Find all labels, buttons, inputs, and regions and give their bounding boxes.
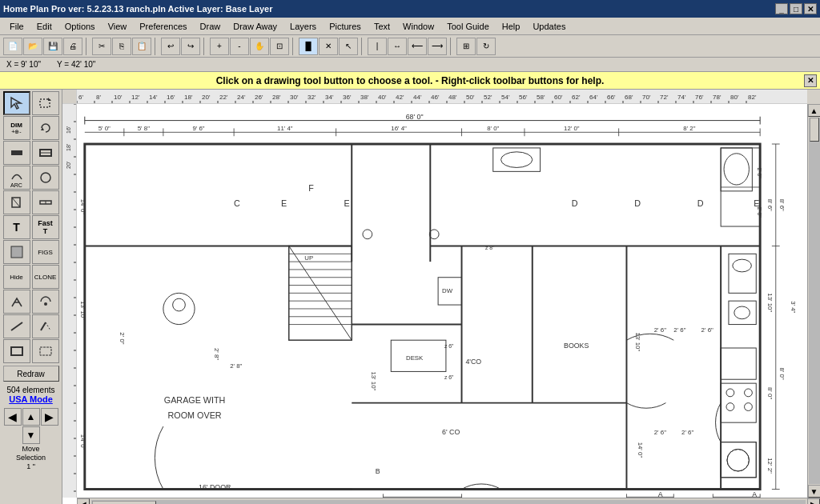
- line-tool[interactable]: [3, 314, 30, 338]
- menu-pictures[interactable]: Pictures: [323, 20, 368, 33]
- svg-text:2' 6": 2' 6": [654, 429, 666, 436]
- select-tool-btn[interactable]: ↖: [339, 38, 358, 55]
- select-arrow-tool[interactable]: [3, 91, 30, 115]
- paste-button[interactable]: 📋: [132, 38, 151, 55]
- figs-tool[interactable]: FIGS: [32, 240, 59, 264]
- svg-rect-188: [721, 348, 756, 379]
- move-left-button[interactable]: ◀: [4, 408, 22, 426]
- misc-btn-3[interactable]: ⟵: [408, 38, 427, 55]
- svg-text:16': 16': [66, 126, 71, 134]
- h-scroll-thumb[interactable]: [92, 501, 156, 504]
- select-box-tool[interactable]: [32, 91, 59, 115]
- svg-line-16: [41, 322, 46, 330]
- svg-line-17: [46, 322, 50, 330]
- extra-btn-1[interactable]: ⊞: [456, 38, 476, 55]
- menu-text[interactable]: Text: [368, 20, 396, 33]
- misc-tool-1[interactable]: [3, 290, 30, 314]
- minimize-button[interactable]: _: [775, 3, 788, 14]
- move-down-button[interactable]: ▼: [22, 426, 40, 444]
- move-right-button[interactable]: ▶: [41, 408, 58, 426]
- usa-mode-label[interactable]: USA Mode: [3, 394, 58, 404]
- door-tool[interactable]: [3, 190, 30, 214]
- line-row: [3, 314, 59, 338]
- menu-view[interactable]: View: [102, 20, 134, 33]
- wall-tool-btn[interactable]: █: [299, 38, 318, 55]
- dimension-tool[interactable]: DIM +⊕-: [3, 116, 30, 140]
- svg-text:18': 18': [184, 94, 193, 101]
- separator-4: [292, 38, 295, 55]
- floor-plan-canvas[interactable]: 68' 0" 5' 0" 5' 8" 9' 6" 11' 4": [77, 104, 807, 498]
- window-tool[interactable]: [32, 190, 59, 214]
- scroll-left-button[interactable]: ◀: [77, 498, 90, 504]
- wall-exterior-tool[interactable]: [32, 141, 59, 165]
- menu-tool-guide[interactable]: Tool Guide: [440, 20, 496, 33]
- hide-tool[interactable]: Hide: [3, 265, 30, 289]
- scroll-up-button[interactable]: ▲: [808, 104, 821, 117]
- menu-draw[interactable]: Draw: [194, 20, 227, 33]
- wall-tool[interactable]: [3, 141, 30, 165]
- scroll-right-button[interactable]: ▶: [807, 498, 820, 504]
- new-button[interactable]: 📄: [3, 38, 22, 55]
- menu-options[interactable]: Options: [58, 20, 102, 33]
- horizontal-scrollbar[interactable]: ◀ ▶: [77, 498, 820, 504]
- svg-point-187: [734, 306, 750, 319]
- clone-tool[interactable]: CLONE: [32, 265, 59, 289]
- right-scrollbar[interactable]: ▲ ▼: [807, 104, 820, 498]
- delete-tool-btn[interactable]: ✕: [319, 38, 338, 55]
- close-button[interactable]: ✕: [804, 3, 817, 14]
- scroll-thumb[interactable]: [810, 118, 819, 142]
- open-button[interactable]: 📂: [23, 38, 42, 55]
- extra-btn-2[interactable]: ↻: [476, 38, 496, 55]
- svg-text:12' 2": 12' 2": [766, 458, 774, 474]
- menu-updates[interactable]: Updates: [526, 20, 572, 33]
- rect-tool[interactable]: [3, 339, 30, 363]
- wall-row: [3, 141, 59, 165]
- ruler-row: 6' 8' 10' 12' 14' 16' 18': [62, 90, 820, 104]
- zoom-in-button[interactable]: +: [210, 38, 229, 55]
- text-tool[interactable]: T: [3, 215, 30, 239]
- svg-text:2' 6": 2' 6": [673, 326, 685, 334]
- move-up-button[interactable]: ▲: [22, 408, 40, 426]
- redraw-button[interactable]: Redraw: [3, 366, 59, 382]
- h-scroll-track[interactable]: [91, 500, 806, 504]
- svg-text:16' 4": 16' 4": [391, 125, 407, 132]
- svg-text:76': 76': [695, 94, 704, 101]
- zoom-out-button[interactable]: -: [230, 38, 249, 55]
- maximize-button[interactable]: □: [790, 3, 802, 14]
- circle-tool[interactable]: [32, 166, 59, 190]
- misc-btn-1[interactable]: |: [368, 38, 387, 55]
- fast-text-tool[interactable]: FastT: [32, 215, 59, 239]
- cut-button[interactable]: ✂: [92, 38, 111, 55]
- menu-preferences[interactable]: Preferences: [133, 20, 193, 33]
- svg-text:2' 0": 2' 0": [757, 206, 762, 218]
- menu-file[interactable]: File: [3, 20, 30, 33]
- arc-row: ARC: [3, 166, 59, 190]
- scroll-track[interactable]: [809, 118, 820, 484]
- menu-edit[interactable]: Edit: [30, 20, 58, 33]
- menu-window[interactable]: Window: [396, 20, 440, 33]
- menu-help[interactable]: Help: [496, 20, 527, 33]
- rotate-tool[interactable]: [32, 116, 59, 140]
- pan-button[interactable]: ✋: [250, 38, 269, 55]
- menu-draw-away[interactable]: Draw Away: [227, 20, 283, 33]
- drawing-area[interactable]: 6' 8' 10' 12' 14' 16' 18': [62, 90, 820, 504]
- menu-layers[interactable]: Layers: [283, 20, 323, 33]
- text-row: T FastT: [3, 215, 59, 239]
- save-button[interactable]: 💾: [43, 38, 62, 55]
- misc-btn-2[interactable]: ↔: [388, 38, 407, 55]
- fit-button[interactable]: ⊡: [270, 38, 289, 55]
- misc-tool-2[interactable]: [32, 290, 59, 314]
- polygon-tool[interactable]: [32, 339, 59, 363]
- h-ruler-svg: 6' 8' 10' 12' 14' 16' 18': [77, 90, 807, 104]
- copy-button[interactable]: ⎘: [112, 38, 131, 55]
- info-close-button[interactable]: ✕: [804, 74, 817, 87]
- fill-tool[interactable]: [3, 240, 30, 264]
- misc-btn-4[interactable]: ⟶: [428, 38, 447, 55]
- svg-text:58': 58': [537, 94, 545, 101]
- scroll-down-button[interactable]: ▼: [808, 485, 821, 498]
- polyline-tool[interactable]: [32, 314, 59, 338]
- redo-button[interactable]: ↪: [181, 38, 200, 55]
- arc-tool[interactable]: ARC: [3, 166, 30, 190]
- undo-button[interactable]: ↩: [161, 38, 180, 55]
- print-button[interactable]: 🖨: [63, 38, 82, 55]
